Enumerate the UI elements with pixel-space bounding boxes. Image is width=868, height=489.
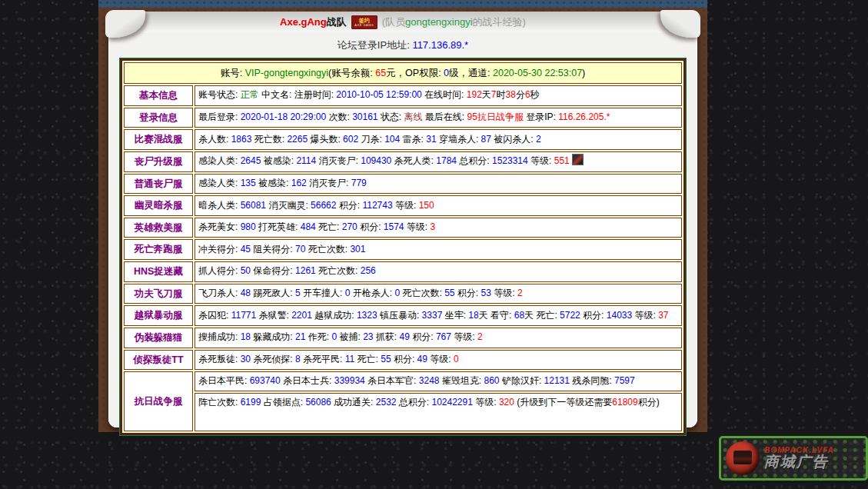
table-row: 伪装躲猫猫搜捕成功: 18 躲藏成功: 21 作死: 0 被捕: 23 抓获: … <box>124 328 682 348</box>
ad-banner[interactable]: BOMPACK.LVFA 商城广告 <box>719 436 868 481</box>
stat-text: 飞刀杀人: <box>198 288 241 298</box>
stat-text: 杀囚犯: <box>198 310 231 321</box>
stat-text: 元，OP权限: <box>386 68 444 78</box>
stat-text: 被感染: <box>261 155 296 166</box>
stat-text: 死亡次数: <box>316 265 361 276</box>
row-stats: 账号状态: 正常 中文名: 注册时间: 2010-10-05 12:59:00 … <box>195 85 682 106</box>
row-stats: 冲关得分: 45 阻关得分: 70 死亡次数: 301 <box>195 239 682 260</box>
stat-text: 死亡次数: <box>305 244 350 254</box>
stat-text: 等级: <box>528 155 554 166</box>
row-label: 功夫飞刀服 <box>124 284 193 304</box>
stat-text: 杀死美女: <box>198 221 241 232</box>
stat-text: 61809 <box>612 397 637 408</box>
stat-text: 冲关得分: <box>198 244 241 254</box>
stat-text: 55 <box>381 354 391 364</box>
subtitle-prefix: (队员 <box>382 16 405 28</box>
stat-text: 杀日本士兵: <box>281 375 334 386</box>
stat-text: 等级: <box>427 354 454 364</box>
stat-text: 等级: <box>404 221 431 232</box>
stat-text: 551 <box>554 155 570 166</box>
row-label: 比赛混战服 <box>124 129 193 150</box>
stat-text: 1863 <box>231 134 252 145</box>
stat-text: (升级到下一等级还需要 <box>514 397 612 408</box>
row-stats: 抓人得分: 50 保命得分: 1261 死亡次数: 256 <box>195 261 682 282</box>
stat-text: 12131 <box>544 375 570 386</box>
stat-text: 1323 <box>357 310 377 321</box>
stat-text: 积分) <box>638 397 660 408</box>
table-row: 账号: VIP-gongtengxingyi(账号余额: 65元，OP权限: 0… <box>124 62 682 84</box>
stat-text: 2010-10-05 12:59:00 <box>336 89 421 100</box>
stat-text: 2114 <box>296 155 316 166</box>
stat-text: 消灭丧尸: <box>316 155 361 166</box>
stat-text: 积分: <box>580 310 607 321</box>
stat-text: 消灭丧尸: <box>307 178 351 188</box>
stat-text: 杀死平民: <box>301 354 345 364</box>
stat-text: 账号状态: <box>198 89 241 100</box>
stat-text: 开车撞人: <box>301 288 345 298</box>
table-row: 越狱暴动服杀囚犯: 11771 杀狱警: 2201 越狱成功: 1323 镇压暴… <box>124 305 682 326</box>
stat-text: 30161 <box>352 111 377 122</box>
stat-text: 779 <box>351 178 367 188</box>
stat-text: 阻关得分: <box>251 244 295 254</box>
stat-text: 56086 <box>305 397 331 408</box>
stat-text: 112743 <box>362 200 392 211</box>
scroll-panel: Axe.gAng战队 签约 AXE GANG (队员gongtengxingyi… <box>108 12 697 427</box>
stat-text: 正常 <box>241 89 259 100</box>
badge-line2: AXE GANG <box>354 24 374 27</box>
stat-text: 刀杀: <box>358 134 384 145</box>
stat-text: 积分: <box>410 331 436 342</box>
stat-text: 打死英雄: <box>256 221 301 232</box>
stat-text: 秒 <box>530 89 540 100</box>
stat-text: 死亡数: <box>251 134 287 145</box>
stat-text: 18 <box>241 331 251 342</box>
stat-text: 2532 <box>376 397 397 408</box>
table-row: 基本信息账号状态: 正常 中文名: 注册时间: 2010-10-05 12:59… <box>124 85 682 106</box>
avatar-icon <box>572 154 584 165</box>
stat-text: 38 <box>506 89 516 100</box>
stat-text: 14033 <box>607 310 632 321</box>
stat-text: 56662 <box>311 200 336 211</box>
stat-text: 占领据点: <box>261 397 305 408</box>
stat-text: 116.26.205.* <box>558 111 610 122</box>
content-column: Axe.gAng战队 签约 AXE GANG (队员gongtengxingyi… <box>98 0 707 432</box>
stat-text: 320 <box>499 397 514 408</box>
stat-text: 68 <box>514 310 524 321</box>
stat-text: 等级: <box>632 310 658 321</box>
stat-text: 最后登录: <box>198 111 241 122</box>
clan-title: Axe.gAng战队 <box>280 15 347 29</box>
stat-text: 65 <box>375 68 386 78</box>
stat-text: 31 <box>426 134 436 145</box>
stat-text: 杀死叛徒: <box>198 354 241 364</box>
stat-text: 2 <box>477 331 483 342</box>
row-label: 登录信息 <box>124 108 193 128</box>
stat-text: 总积分: <box>396 397 431 408</box>
stat-text: 登录IP: <box>524 111 558 122</box>
stat-text: 30 <box>241 354 251 364</box>
top-blue-strip <box>98 0 707 8</box>
stat-text: 87 <box>481 134 491 145</box>
row-stats: 杀日本平民: 693740 杀日本士兵: 339934 杀日本军官: 3248 … <box>195 371 682 391</box>
stat-text: 3337 <box>422 310 443 321</box>
stat-text: 账号: <box>221 68 245 78</box>
stat-text: 积分: <box>358 221 384 232</box>
stat-text: 次数: <box>326 111 352 122</box>
clan-suffix: 战队 <box>327 16 347 28</box>
row-label: 丧尸升级服 <box>124 151 193 172</box>
stat-text: 18 <box>468 310 478 321</box>
stat-text: 积分: <box>455 288 481 298</box>
stat-text: 成功通关: <box>331 397 376 408</box>
stat-text: 2 <box>536 134 541 145</box>
stat-text: 中文名: 注册时间: <box>259 89 337 100</box>
stat-text: 150 <box>419 200 434 211</box>
stat-text: 104 <box>384 134 400 145</box>
ad-logo-icon <box>726 441 760 475</box>
ad-text: BOMPACK.LVFA 商城广告 <box>764 446 834 471</box>
stat-text: 阵亡次数: <box>198 397 241 408</box>
stat-text: 天 死亡: <box>524 310 560 321</box>
stat-text: 积分: <box>336 200 362 211</box>
stat-text: 109430 <box>361 155 391 166</box>
stat-text: 等级: <box>491 288 517 298</box>
stat-text: 积分: <box>391 354 417 364</box>
stat-text: 339934 <box>334 375 365 386</box>
stat-text: 搜捕成功: <box>198 331 241 342</box>
